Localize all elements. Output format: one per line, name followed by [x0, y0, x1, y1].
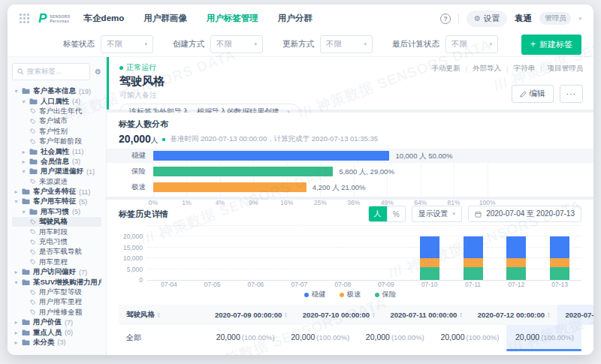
table-header-cell[interactable]: 驾驶风格▲▼ [119, 305, 207, 325]
user-name[interactable]: 袁通 [515, 13, 532, 24]
nav-item-tag-management[interactable]: 用户标签管理 [207, 13, 258, 24]
settings-button[interactable]: ⚙设置 [467, 11, 507, 27]
table-header-cell[interactable]: 2020-07-12 00:00:00▲▼ [470, 305, 558, 325]
legend-dot-icon [375, 293, 379, 297]
nav-item-segments[interactable]: 用户分群 [278, 13, 313, 24]
nav-item-user-profile[interactable]: 用户群画像 [143, 13, 187, 24]
stacked-bar-segment[interactable] [506, 236, 526, 258]
unit-toggle-people[interactable]: 人 [369, 206, 387, 221]
tree-folder-item[interactable]: ▾某SUV增换购潜力用户(3) [12, 277, 101, 287]
chevron-down-icon[interactable]: ▾ [21, 168, 26, 175]
tree-leaf-item[interactable]: 用户维修金额 [12, 308, 101, 317]
tree-folder-item[interactable]: ▸会员信息(3) [12, 157, 101, 167]
display-settings-dropdown[interactable]: 显示设置▾ [412, 206, 463, 222]
tree-folder-item[interactable]: ▾人口属性(4) [12, 96, 101, 106]
stacked-bar-segment[interactable] [464, 236, 483, 258]
chevron-right-icon[interactable]: ▸ [14, 329, 19, 336]
filter-select[interactable]: 不限▾ [101, 35, 153, 53]
bar[interactable] [153, 182, 307, 192]
tree-leaf-item[interactable]: 来源渠道 [12, 177, 101, 187]
bar[interactable] [153, 151, 389, 161]
x-tick-label: 07-09 [364, 281, 408, 288]
status-badge: 正常运行 [119, 62, 300, 73]
tree-folder-item[interactable]: ▾用户渠道偏好(1) [12, 167, 101, 176]
stacked-bar-segment[interactable] [420, 258, 439, 267]
filter-label: 创建方式 [173, 39, 204, 50]
history-title: 标签历史详情 [119, 209, 168, 220]
tag-icon [30, 259, 36, 265]
table-header-cell[interactable]: 2020-07-10 00:00:00▲▼ [295, 305, 383, 325]
stacked-bar-segment[interactable] [550, 258, 569, 267]
tree-leaf-item[interactable]: 用户用车里程 [12, 297, 101, 307]
tree-leaf-item[interactable]: 客户出生年代 [12, 107, 101, 116]
note-input[interactable]: 可输入备注 [119, 90, 300, 101]
chevron-down-icon[interactable]: ▾ [21, 209, 26, 215]
tree-folder-item[interactable]: ▸未分类(3) [12, 338, 101, 347]
stacked-bar-segment[interactable] [550, 236, 569, 258]
filter-select[interactable]: 不限▾ [320, 35, 373, 53]
chevron-down-icon[interactable]: ▾ [14, 198, 19, 205]
table-header-cell[interactable]: 2020-07-11 00:00:00▲▼ [382, 305, 470, 325]
stacked-bar-segment[interactable] [464, 258, 483, 267]
tag-header-right: 手动更新|外部导入|字符串|项目管理员 编辑 ··· [432, 62, 583, 104]
chevron-right-icon[interactable]: ▸ [14, 319, 19, 326]
help-icon[interactable]: ? [440, 14, 451, 24]
more-button[interactable]: ··· [560, 85, 584, 103]
chevron-right-icon[interactable]: ▸ [21, 149, 26, 155]
x-tick-label: 07-07 [277, 281, 321, 288]
new-tag-button[interactable]: + 新建标签 [521, 35, 581, 55]
tree-leaf-item[interactable]: 用车时段 [12, 227, 101, 236]
tree-folder-item[interactable]: ▸用户访问偏好(7) [12, 267, 101, 277]
chevron-down-icon[interactable]: ▾ [21, 98, 26, 105]
tree-folder-item[interactable]: ▸客户业务特征(11) [12, 187, 101, 197]
bar[interactable] [153, 167, 333, 176]
tree-folder-item[interactable]: ▸社会属性(11) [12, 146, 101, 156]
chevron-down-icon[interactable]: ▾ [14, 279, 19, 286]
chevron-down-icon[interactable]: ▾ [578, 16, 581, 22]
legend-item[interactable]: 保险 [375, 290, 397, 299]
chevron-right-icon[interactable]: ▸ [14, 269, 19, 275]
legend-item[interactable]: 极速 [340, 290, 361, 299]
project-name[interactable]: 车企demo [84, 13, 125, 24]
chevron-right-icon[interactable]: ▸ [21, 158, 26, 165]
sensors-personas-logo[interactable]: P SENSORSPersonas [38, 13, 71, 24]
edit-button[interactable]: 编辑 [512, 85, 554, 103]
filter-select[interactable]: 不限▾ [445, 35, 498, 53]
stacked-bar-segment[interactable] [550, 267, 569, 280]
tree-folder-item[interactable]: ▸重点人员(0) [12, 327, 101, 337]
tree-leaf-item[interactable]: 客户性别 [12, 127, 101, 137]
date-range-picker[interactable]: 2020-07-04 至 2020-07-13 [468, 206, 581, 222]
table-body-row: 全部20,000(100.00%)20,000(100.00%)20,000(1… [119, 325, 581, 351]
filter-select[interactable]: 不限▾ [210, 35, 263, 53]
tree-settings-gear-icon[interactable]: ⚙ [95, 68, 101, 76]
tree-folder-item[interactable]: ▾客户用车特征(5) [12, 197, 101, 206]
tree-folder-item[interactable]: ▾用车习惯(5) [12, 207, 101, 217]
tree-leaf-item[interactable]: 用户车型等级 [12, 287, 101, 297]
tree-leaf-item[interactable]: 客户年龄阶段 [12, 137, 101, 146]
stacked-bar-segment[interactable] [420, 267, 439, 280]
table-header-cell[interactable]: 2020-07-09 00:00:00▲▼ [207, 305, 295, 325]
chevron-right-icon[interactable]: ▸ [14, 188, 19, 195]
tree-leaf-item[interactable]: 充电习惯 [12, 237, 101, 247]
stacked-bar-segment[interactable] [420, 236, 439, 258]
app-grid-icon[interactable] [20, 14, 29, 23]
tree-leaf-item[interactable]: 是否车载导航 [12, 247, 101, 257]
tree-folder-item[interactable]: ▸用户价值(7) [12, 317, 101, 327]
nav-right: ? ⚙设置 袁通 管理员 ▾ [440, 11, 581, 27]
unit-toggle-percent[interactable]: % [387, 206, 405, 221]
stacked-bar-segment[interactable] [506, 258, 526, 267]
bar-track: 5,800 人, 29.00% [153, 167, 581, 176]
search-input[interactable]: 搜索标签... [12, 63, 90, 80]
tree-leaf-item[interactable]: 用车里程 [12, 257, 101, 267]
chevron-right-icon[interactable]: ▸ [14, 339, 19, 346]
stacked-bar-segment[interactable] [506, 267, 526, 280]
sort-icon: ▲▼ [547, 312, 550, 318]
table-header-cell[interactable]: 2020-07-13 00:00:00▲▼ [557, 305, 593, 325]
tree-leaf-item[interactable]: 客户城市 [12, 116, 101, 126]
chevron-down-icon[interactable]: ▾ [14, 88, 19, 95]
tree-leaf-item[interactable]: 驾驶风格 [12, 217, 101, 227]
legend-item[interactable]: 稳健 [304, 290, 326, 299]
axis-tick-label: 64% [414, 199, 427, 206]
stacked-bar-segment[interactable] [464, 267, 483, 280]
tree-folder-item[interactable]: ▾客户基本信息(19) [12, 86, 101, 96]
